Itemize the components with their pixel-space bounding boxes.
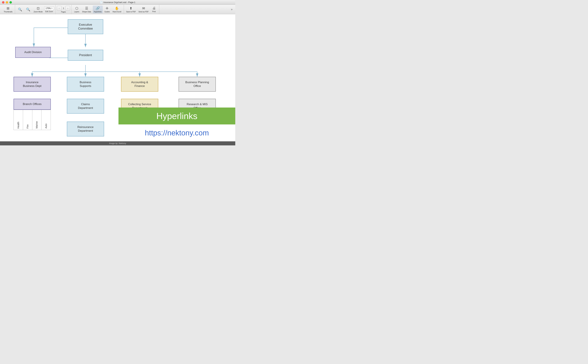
branch-health: Health [14,110,23,130]
shape-data-button[interactable]: ☰ Shape Data [81,6,92,13]
layers-button[interactable]: ⬡ Layers [73,6,80,13]
title-bar: 📄 Insurance Orgchart.vsd - Page-1 [0,0,235,5]
pages-nav: ‹ 1 › Pages [57,6,70,13]
save-to-pdf-button[interactable]: ⬆ Save to PDF [125,6,137,13]
guides-button[interactable]: ✛ Guides [103,6,111,13]
branch-offices-box: Branch Offices [13,99,51,110]
business-planning-office-box: Business Planning Office [179,77,216,92]
executive-committee-box: Executive Committee [68,19,103,34]
zoom-out-icon: 🔍 [26,7,30,12]
toolbar-expand-arrow[interactable]: » [229,8,234,11]
minimize-button[interactable] [6,1,8,4]
print-icon: 🖨 [152,6,156,10]
hand-scroll-icon: ✋ [115,6,119,10]
toolbar: ⊞ Thumbnails 🔍 🔍 ⊡ Zoom Mode 170% ▼ Edit… [0,5,235,14]
window-title: 📄 Insurance Orgchart.vsd - Page-1 [100,1,135,4]
maximize-button[interactable] [9,1,12,4]
branch-auto: Auto [41,110,51,130]
next-page-button[interactable]: › [65,6,70,11]
branch-sub-items: Health Fire Marine Auto [13,110,51,130]
org-canvas: Executive Committee Audit Division Presi… [0,14,235,141]
hyperlinks-overlay: Hyperlinks https://nektony.com [119,108,235,141]
zoom-value-display[interactable]: 170% ▼ [44,6,54,10]
business-supports-box: Business Supports [67,77,104,92]
send-as-pdf-icon: ✉ [142,6,145,10]
branch-marine: Marine [32,110,42,130]
thumbnails-button[interactable]: ⊞ Thumbnails [3,6,13,13]
hyperlinks-url-section: https://nektony.com [119,124,235,141]
guides-icon: ✛ [106,6,108,10]
hyperlinks-green-section: Hyperlinks [119,108,235,124]
zoom-group: 🔍 🔍 ⊡ Zoom Mode 170% ▼ Edit Zoom [15,5,55,14]
zoom-display-group: 170% ▼ Edit Zoom [44,6,54,13]
pages-nav-group: ‹ 1 › Pages [55,5,72,14]
prev-page-button[interactable]: ‹ [57,6,62,11]
president-box: President [68,50,103,61]
reinsurance-department-box: Reinsurance Department [67,122,104,136]
document-icon: 📄 [100,1,102,4]
zoom-in-icon: 🔍 [18,7,22,12]
thumbnails-icon: ⊞ [7,6,9,10]
hyperlinks-button[interactable]: 🔗 Hyperlinks [93,6,103,13]
main-content: Executive Committee Audit Division Presi… [0,14,235,141]
status-text: Image by: Nektony [109,142,126,144]
status-bar: Image by: Nektony [0,141,235,145]
print-button[interactable]: 🖨 Print [150,6,158,13]
shape-data-icon: ☰ [85,6,88,10]
layers-icon: ⬡ [75,6,78,10]
hand-scroll-button[interactable]: ✋ Hand Scroll [112,6,122,13]
thumbnails-group: ⊞ Thumbnails [1,5,15,14]
pdf-group: ⬆ Save to PDF ✉ Send as PDF 🖨 Print [124,5,159,14]
save-to-pdf-icon: ⬆ [129,6,132,10]
branch-fire: Fire [23,110,32,130]
accounting-finance-box: Accounting & Finance [121,77,158,92]
zoom-in-button[interactable]: 🔍 [16,7,24,12]
audit-division-box: Audit Division [15,47,51,58]
close-button[interactable] [2,1,4,4]
tools-group: ⬡ Layers ☰ Shape Data 🔗 Hyperlinks ✛ Gui… [72,5,124,14]
claims-department-box: Claims Department [67,99,104,114]
zoom-dropdown-arrow: ▼ [51,7,53,9]
zoom-out-button[interactable]: 🔍 [25,7,32,12]
hyperlinks-icon: 🔗 [96,6,100,10]
zoom-mode-icon: ⊡ [37,6,40,10]
traffic-lights [2,1,12,4]
send-as-pdf-button[interactable]: ✉ Send as PDF [137,6,149,13]
zoom-mode-button[interactable]: ⊡ Zoom Mode [33,6,44,13]
insurance-business-dept-box: Insurance Business Dept [13,77,51,92]
